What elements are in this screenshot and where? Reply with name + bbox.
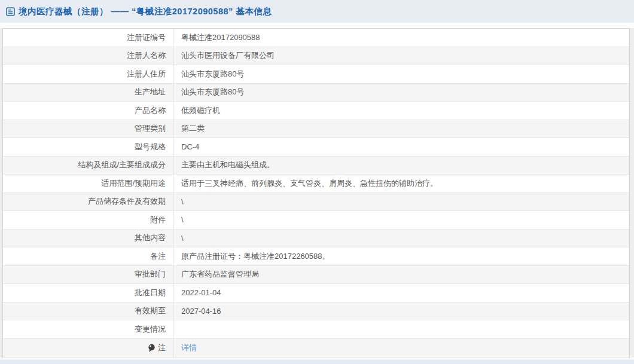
row-label: 批准日期 bbox=[135, 287, 166, 298]
row-label-cell: 备注 bbox=[3, 247, 173, 265]
table-row: 其他内容 \ bbox=[3, 230, 629, 248]
row-label-cell: 产品储存条件及有效期 bbox=[3, 193, 173, 211]
row-label-cell: 其他内容 bbox=[3, 230, 173, 247]
row-label: 产品储存条件及有效期 bbox=[88, 196, 166, 207]
row-label-cell: 附件 bbox=[3, 211, 173, 229]
row-value-cell: 低频磁疗机 bbox=[173, 102, 629, 120]
note-balloon-icon bbox=[148, 344, 156, 353]
row-label: 注册人名称 bbox=[127, 50, 166, 61]
row-label: 附件 bbox=[150, 215, 166, 225]
row-value-cell bbox=[173, 320, 629, 338]
table-row: 注 详情 bbox=[3, 339, 629, 357]
row-value-cell: 汕头市东厦路80号 bbox=[173, 84, 629, 102]
row-label-cell: 审批部门 bbox=[3, 266, 173, 284]
row-value: 粤械注准20172090588 bbox=[181, 32, 260, 43]
info-table: 注册证编号 粤械注准20172090588 注册人名称 汕头市医用设备厂有限公司… bbox=[2, 28, 630, 357]
row-value: 汕头市东厦路80号 bbox=[181, 69, 244, 79]
row-value: 低频磁疗机 bbox=[181, 105, 220, 116]
row-value-cell: 原产品注册证号：粤械注准20172260588。 bbox=[173, 247, 629, 265]
row-label-cell: 变更情况 bbox=[3, 320, 173, 338]
row-label-cell: 注册人住所 bbox=[3, 65, 173, 83]
table-row: 备注 原产品注册证号：粤械注准20172260588。 bbox=[3, 247, 629, 266]
table-row: 适用范围/预期用途 适用于三叉神经痛、前列腺炎、支气管炎、肩周炎、急性扭伤的辅助… bbox=[3, 175, 629, 193]
header-table-gap bbox=[0, 23, 634, 28]
row-label-cell: 适用范围/预期用途 bbox=[3, 175, 173, 192]
row-value-cell: 适用于三叉神经痛、前列腺炎、支气管炎、肩周炎、急性扭伤的辅助治疗。 bbox=[173, 175, 629, 192]
row-label-cell: 批准日期 bbox=[3, 284, 173, 302]
document-icon bbox=[6, 7, 15, 16]
table-row: 批准日期 2022-01-04 bbox=[3, 284, 629, 302]
row-value-cell: \ bbox=[173, 193, 629, 211]
row-label: 结构及组成/主要组成成分 bbox=[78, 160, 166, 170]
row-label-cell: 注册人名称 bbox=[3, 47, 173, 65]
row-value-cell: 详情 bbox=[173, 339, 629, 357]
row-value: 2027-04-16 bbox=[181, 307, 221, 316]
page-header: 境内医疗器械（注册） —— “粤械注准20172090588” 基本信息 bbox=[0, 0, 634, 23]
row-label-cell: 有效期至 bbox=[3, 302, 173, 320]
row-value-cell: DC-4 bbox=[173, 138, 629, 156]
detail-link[interactable]: 详情 bbox=[181, 342, 197, 353]
row-label-cell: 注册证编号 bbox=[3, 29, 173, 47]
row-label: 审批部门 bbox=[135, 269, 166, 280]
row-value-cell: 汕头市医用设备厂有限公司 bbox=[173, 47, 629, 65]
row-label-cell: 生产地址 bbox=[3, 84, 173, 102]
row-value: \ bbox=[181, 215, 184, 224]
row-label-cell: 产品名称 bbox=[3, 102, 173, 120]
page-footer-strip bbox=[0, 359, 634, 364]
row-label: 型号规格 bbox=[135, 142, 166, 152]
row-label: 其他内容 bbox=[135, 233, 166, 243]
row-label: 备注 bbox=[150, 251, 166, 262]
table-row: 生产地址 汕头市东厦路80号 bbox=[3, 84, 629, 102]
row-value-cell: \ bbox=[173, 211, 629, 229]
row-label: 注册证编号 bbox=[127, 32, 166, 43]
row-value: \ bbox=[181, 197, 184, 206]
row-value-cell: 2027-04-16 bbox=[173, 302, 629, 320]
row-value-cell: 广东省药品监督管理局 bbox=[173, 266, 629, 284]
table-row: 变更情况 bbox=[3, 320, 629, 339]
row-value-cell: \ bbox=[173, 230, 629, 247]
table-row: 审批部门 广东省药品监督管理局 bbox=[3, 266, 629, 285]
row-label: 产品名称 bbox=[135, 105, 166, 116]
table-row: 注册人名称 汕头市医用设备厂有限公司 bbox=[3, 47, 629, 66]
table-row: 产品储存条件及有效期 \ bbox=[3, 193, 629, 212]
row-label-cell: 结构及组成/主要组成成分 bbox=[3, 157, 173, 175]
row-value: 汕头市医用设备厂有限公司 bbox=[181, 50, 275, 61]
row-label-cell: 注 bbox=[3, 339, 173, 357]
row-value: 2022-01-04 bbox=[181, 288, 221, 297]
row-label: 适用范围/预期用途 bbox=[101, 178, 166, 189]
row-label: 生产地址 bbox=[135, 87, 166, 97]
row-value: 主要由主机和电磁头组成。 bbox=[181, 160, 275, 170]
row-value: DC-4 bbox=[181, 142, 199, 151]
table-row: 产品名称 低频磁疗机 bbox=[3, 102, 629, 120]
row-label: 变更情况 bbox=[135, 324, 166, 335]
table-row: 附件 \ bbox=[3, 211, 629, 230]
row-label: 注 bbox=[158, 342, 166, 353]
row-value-cell: 主要由主机和电磁头组成。 bbox=[173, 157, 629, 175]
table-row: 型号规格 DC-4 bbox=[3, 138, 629, 157]
row-value: 适用于三叉神经痛、前列腺炎、支气管炎、肩周炎、急性扭伤的辅助治疗。 bbox=[181, 178, 438, 189]
row-value: 第二类 bbox=[181, 123, 205, 134]
table-row: 结构及组成/主要组成成分 主要由主机和电磁头组成。 bbox=[3, 157, 629, 175]
page-title: 境内医疗器械（注册） —— “粤械注准20172090588” 基本信息 bbox=[19, 6, 272, 17]
row-value-cell: 汕头市东厦路80号 bbox=[173, 65, 629, 83]
row-value: 原产品注册证号：粤械注准20172260588。 bbox=[181, 251, 330, 262]
row-label-cell: 管理类别 bbox=[3, 120, 173, 138]
table-row: 注册人住所 汕头市东厦路80号 bbox=[3, 65, 629, 84]
row-value-cell: 2022-01-04 bbox=[173, 284, 629, 302]
table-row: 注册证编号 粤械注准20172090588 bbox=[3, 29, 629, 47]
row-value-cell: 粤械注准20172090588 bbox=[173, 29, 629, 47]
row-label: 管理类别 bbox=[135, 123, 166, 134]
table-row: 管理类别 第二类 bbox=[3, 120, 629, 139]
row-label: 注册人住所 bbox=[127, 69, 166, 79]
row-label: 有效期至 bbox=[135, 305, 166, 316]
row-value: 汕头市东厦路80号 bbox=[181, 87, 244, 97]
info-table-body: 注册证编号 粤械注准20172090588 注册人名称 汕头市医用设备厂有限公司… bbox=[3, 29, 629, 357]
row-label-cell: 型号规格 bbox=[3, 138, 173, 156]
row-value-cell: 第二类 bbox=[173, 120, 629, 138]
row-value: 广东省药品监督管理局 bbox=[181, 269, 259, 280]
table-row: 有效期至 2027-04-16 bbox=[3, 302, 629, 321]
row-value: \ bbox=[181, 234, 184, 243]
